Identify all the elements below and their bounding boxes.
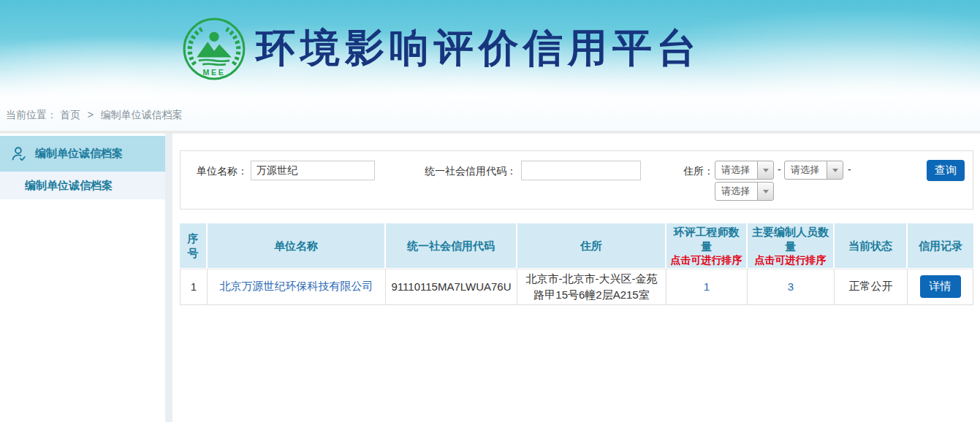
svg-text:MEE: MEE [203, 68, 226, 77]
col-header-address: 住所 [517, 223, 666, 269]
cell-status: 正常公开 [835, 269, 908, 305]
col-header-credit-record: 信用记录 [908, 223, 973, 269]
results-table: 序号 单位名称 统一社会信用代码 住所 环评工程师数量 点击可进行排序 主要编制… [180, 223, 973, 305]
city-select[interactable]: 请选择 [784, 161, 843, 180]
cell-index: 1 [180, 269, 208, 305]
province-select-value: 请选择 [715, 161, 758, 180]
table-header-row: 序号 单位名称 统一社会信用代码 住所 环评工程师数量 点击可进行排序 主要编制… [180, 223, 973, 269]
user-check-icon [9, 144, 29, 164]
col-header-staff-count-label: 主要编制人员数量 [752, 226, 829, 253]
sidebar-divider [165, 134, 172, 422]
cell-credit-code: 91110115MA7LWUA76U [386, 269, 517, 305]
sort-hint: 点击可进行排序 [751, 253, 830, 266]
col-header-credit-code: 统一社会信用代码 [386, 223, 517, 269]
breadcrumb-prefix: 当前位置： [6, 109, 57, 120]
col-header-index: 序号 [180, 223, 208, 269]
sidebar-subitem-unit-credit-archive[interactable]: 编制单位诚信档案 [0, 172, 165, 199]
detail-button[interactable]: 详情 [920, 275, 961, 298]
address-dash-2: - [848, 164, 851, 175]
district-select-value: 请选择 [715, 182, 758, 201]
breadcrumb: 当前位置： 首页 > 编制单位诚信档案 [0, 99, 980, 131]
chevron-down-icon [763, 190, 769, 193]
content-layout: 编制单位诚信档案 编制单位诚信档案 单位名称： 统一社会信用代码： 住所： 请选… [0, 134, 980, 422]
credit-code-label: 统一社会信用代码： [397, 165, 517, 178]
province-select-arrow-button[interactable] [757, 161, 774, 180]
staff-count-link[interactable]: 3 [788, 280, 794, 293]
cell-staff-count: 3 [748, 269, 835, 305]
col-header-staff-count-sort[interactable]: 主要编制人员数量 点击可进行排序 [748, 223, 835, 269]
province-select[interactable]: 请选择 [715, 161, 774, 180]
address-dash-1: - [778, 164, 781, 175]
chevron-down-icon [763, 169, 769, 172]
col-header-status: 当前状态 [835, 223, 908, 269]
company-name-link[interactable]: 北京万源世纪环保科技有限公司 [220, 280, 373, 292]
sidebar: 编制单位诚信档案 编制单位诚信档案 [0, 134, 165, 422]
col-header-engineer-count-label: 环评工程师数量 [674, 226, 740, 253]
col-header-company-name: 单位名称 [208, 223, 386, 269]
district-select-arrow-button[interactable] [757, 182, 774, 201]
cell-credit-record: 详情 [908, 269, 973, 305]
site-header: MEE 环境影响评价信用平台 [0, 0, 980, 99]
mee-logo-icon: MEE [182, 17, 246, 81]
main-content: 单位名称： 统一社会信用代码： 住所： 请选择 - 请选择 - 请选择 [172, 134, 973, 422]
engineer-count-link[interactable]: 1 [704, 280, 710, 293]
district-select[interactable]: 请选择 [715, 182, 774, 201]
search-button[interactable]: 查询 [927, 160, 965, 181]
unit-name-input[interactable] [251, 161, 375, 180]
search-panel: 单位名称： 统一社会信用代码： 住所： 请选择 - 请选择 - 请选择 [180, 150, 973, 210]
mee-logo: MEE [182, 17, 246, 81]
col-header-engineer-count-sort[interactable]: 环评工程师数量 点击可进行排序 [666, 223, 748, 269]
chevron-down-icon [832, 169, 838, 172]
unit-name-label: 单位名称： [181, 165, 248, 178]
cell-engineer-count: 1 [666, 269, 748, 305]
page-title: 环境影响评价信用平台 [256, 22, 702, 75]
city-select-arrow-button[interactable] [827, 161, 843, 180]
credit-code-input[interactable] [521, 161, 641, 180]
table-row: 1 北京万源世纪环保科技有限公司 91110115MA7LWUA76U 北京市-… [180, 269, 973, 305]
breadcrumb-separator: > [88, 109, 94, 120]
cell-address: 北京市-北京市-大兴区-金苑路甲15号6幢2层A215室 [517, 269, 666, 305]
city-select-value: 请选择 [784, 161, 827, 180]
sidebar-item-label: 编制单位诚信档案 [35, 147, 123, 161]
sidebar-item-unit-credit-archive[interactable]: 编制单位诚信档案 [0, 136, 165, 172]
breadcrumb-current: 编制单位诚信档案 [101, 109, 183, 120]
address-label: 住所： [648, 165, 714, 178]
sort-hint: 点击可进行排序 [669, 253, 743, 266]
breadcrumb-home-link[interactable]: 首页 [60, 109, 80, 120]
cell-company-name: 北京万源世纪环保科技有限公司 [208, 269, 386, 305]
